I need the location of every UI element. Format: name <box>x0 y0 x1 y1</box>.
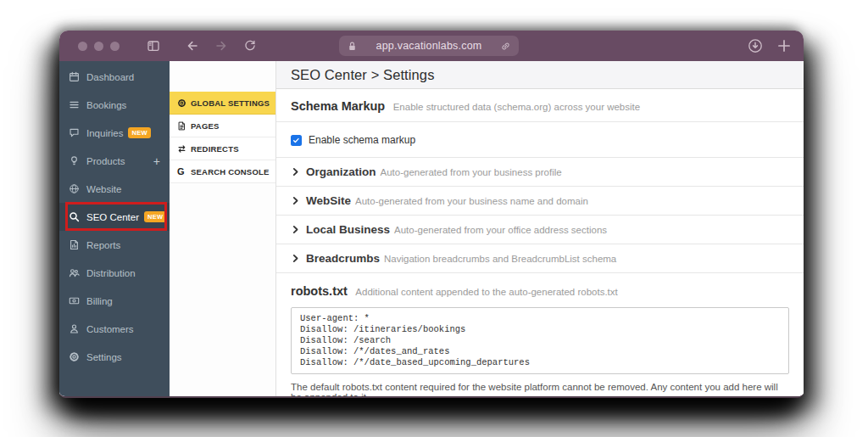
robots-txt-note: The default robots.txt content required … <box>276 380 804 398</box>
enable-schema-checkbox[interactable] <box>291 135 302 146</box>
main-content: SEO Center > Settings Schema Markup Enab… <box>276 61 804 398</box>
chevron-right-icon <box>291 196 300 205</box>
calendar-icon <box>69 71 80 82</box>
url-text[interactable]: app.vacationlabs.com <box>363 40 495 52</box>
lock-icon <box>347 41 358 52</box>
schema-sections: Organization Auto-generated from your bu… <box>276 158 804 273</box>
section-breadcrumbs[interactable]: Breadcrumbs Navigation breadcrumbs and B… <box>276 244 804 273</box>
gear-icon <box>177 98 186 108</box>
list-icon <box>69 99 80 110</box>
page-icon <box>177 121 186 131</box>
section-organization[interactable]: Organization Auto-generated from your bu… <box>276 158 804 187</box>
browser-window: app.vacationlabs.com Dashboard <box>59 31 804 398</box>
screenshot-stage: app.vacationlabs.com Dashboard <box>0 0 868 437</box>
window-controls[interactable] <box>78 42 120 51</box>
gear-icon <box>69 351 80 362</box>
tab-redirects[interactable]: REDIRECTS <box>170 137 275 160</box>
sidebar-item-customers[interactable]: Customers <box>59 315 170 343</box>
search-icon <box>69 211 80 222</box>
robots-txt-editor[interactable]: User-agent: * Disallow: /itineraries/boo… <box>291 307 789 374</box>
tab-global-settings[interactable]: GLOBAL SETTINGS <box>170 92 275 115</box>
robots-code-line: Disallow: /search <box>300 335 780 346</box>
sidebar-item-settings[interactable]: Settings <box>59 343 170 371</box>
robots-txt-title: robots.txt <box>291 284 348 298</box>
report-icon <box>69 239 80 250</box>
robots-code-line: Disallow: /*/date_based_upcoming_departu… <box>300 357 780 368</box>
globe-icon <box>69 183 80 194</box>
add-product-button[interactable]: + <box>153 154 160 168</box>
schema-markup-title: Schema Markup <box>291 99 385 113</box>
chevron-right-icon <box>291 167 300 176</box>
browser-chrome: app.vacationlabs.com <box>59 31 804 61</box>
new-badge: NEW <box>144 211 166 222</box>
sidebar-item-billing[interactable]: Billing <box>59 287 170 315</box>
link-icon[interactable] <box>500 41 511 52</box>
chat-icon <box>69 127 80 138</box>
person-icon <box>69 323 80 334</box>
page-title: SEO Center > Settings <box>291 67 434 83</box>
arrows-icon <box>177 144 186 154</box>
billing-icon <box>69 295 80 306</box>
robots-code-line: User-agent: * <box>300 313 780 324</box>
new-badge: NEW <box>128 127 150 138</box>
chevron-right-icon <box>291 225 300 234</box>
schema-markup-header: Schema Markup Enable structured data (sc… <box>276 89 804 122</box>
gletter-icon: G <box>177 167 186 176</box>
sidebar-item-inquiries[interactable]: Inquiries NEW <box>59 119 170 147</box>
primary-sidebar: Dashboard Bookings Inquiries <box>59 61 170 398</box>
tab-search-console[interactable]: G SEARCH CONSOLE <box>170 160 275 183</box>
forward-icon[interactable] <box>214 39 228 53</box>
minimize-window-button[interactable] <box>94 42 103 51</box>
tab-pages[interactable]: PAGES <box>170 115 275 137</box>
sidebar-item-products[interactable]: Products + <box>59 147 170 175</box>
page-header: SEO Center > Settings <box>276 61 804 89</box>
sidebar-item-dashboard[interactable]: Dashboard <box>59 63 170 91</box>
users-icon <box>69 267 80 278</box>
sidebar-item-seo-center[interactable]: SEO Center NEW <box>59 203 170 231</box>
robots-txt-header: robots.txt Additional content appended t… <box>276 273 804 304</box>
close-window-button[interactable] <box>78 42 87 51</box>
section-website[interactable]: WebSite Auto-generated from your busines… <box>276 187 804 216</box>
bulb-icon <box>69 155 80 166</box>
app-body: Dashboard Bookings Inquiries <box>59 61 804 398</box>
sidebar-toggle-icon[interactable] <box>147 39 160 53</box>
reload-icon[interactable] <box>243 39 257 53</box>
schema-markup-subtitle: Enable structured data (schema.org) acro… <box>393 102 640 112</box>
seo-tabs-sidebar: GLOBAL SETTINGS PAGES REDIRECTS G <box>170 61 276 398</box>
sidebar-item-reports[interactable]: Reports <box>59 231 170 259</box>
enable-schema-row: Enable schema markup <box>276 122 804 158</box>
sidebar-item-distribution[interactable]: Distribution <box>59 259 170 287</box>
address-bar[interactable]: app.vacationlabs.com <box>339 36 519 56</box>
robots-code-line: Disallow: /itineraries/bookings <box>300 324 780 335</box>
sidebar-item-website[interactable]: Website <box>59 175 170 203</box>
sidebar-item-bookings[interactable]: Bookings <box>59 91 170 119</box>
enable-schema-label: Enable schema markup <box>309 134 415 146</box>
chevron-right-icon <box>291 254 300 263</box>
downloads-icon[interactable] <box>748 38 763 53</box>
back-icon[interactable] <box>186 39 199 53</box>
new-tab-icon[interactable] <box>776 38 792 53</box>
zoom-window-button[interactable] <box>110 42 120 51</box>
robots-code-line: Disallow: /*/dates_and_rates <box>300 346 780 357</box>
section-local-business[interactable]: Local Business Auto-generated from your … <box>276 216 804 244</box>
robots-txt-subtitle: Additional content appended to the auto-… <box>355 287 617 297</box>
